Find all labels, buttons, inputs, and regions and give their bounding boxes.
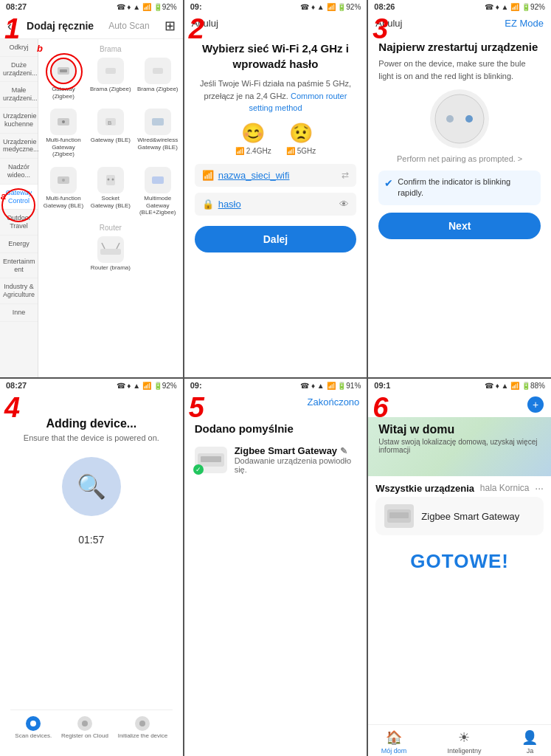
multi-gateway-zigbee-icon [50,109,77,135]
nav-item-profile[interactable]: 👤 Ja [521,729,538,755]
svg-rect-27 [389,512,409,518]
p5-device-thumbnail: ✓ [195,447,227,473]
socket-gateway-label: Socket Gateway (BLE) [90,195,131,209]
device-socket-gateway[interactable]: Socket Gateway (BLE) [89,164,133,219]
gateway-ble-icon: B [97,109,124,135]
p1-content: Odkryj Duże urządzeni... Małe urządzeni.… [0,39,183,377]
p6-device-card[interactable]: Zigbee Smart Gateway [375,497,544,535]
auto-scan-button[interactable]: Auto Scan [108,21,149,31]
p2-face-sad[interactable]: 😟 📶 5GHz [286,122,316,155]
eye-icon: 👁 [339,199,349,210]
svg-point-21 [30,721,36,726]
p1-sidebar: Odkryj Duże urządzeni... Małe urządzeni.… [0,39,38,377]
sidebar-item-inne[interactable]: Inne [0,304,38,322]
gateway-zigbee-label: Gateway (Zigbee) [43,86,84,100]
device-wired-wireless[interactable]: Wired&wireless Gateway (BLE) [136,106,180,161]
socket-gateway-icon [97,167,124,193]
gotowe-label: GOTOWE [410,550,502,572]
sidebar-item-energy[interactable]: Energy [0,236,38,253]
svg-rect-2 [105,68,116,74]
wifi-arrows-icon: ⇄ [342,170,349,180]
grid-icon[interactable]: ⊞ [164,18,176,34]
p5-device-status: Dodawanie urządzenia powiodło się. [235,456,357,474]
sidebar-item-outdoor[interactable]: Outdoor Travel [0,210,38,236]
svg-line-17 [117,243,119,249]
p2-face-happy[interactable]: 😊 📶 2.4GHz [235,122,271,155]
p3-mode-button[interactable]: EZ Mode [505,18,544,29]
p3-main: Najpierw zrestartuj urządzenie Power on … [368,33,551,377]
svg-point-12 [107,178,109,180]
device-router[interactable]: Router (brama) [89,233,132,275]
p5-device-name: Zigbee Smart Gateway ✎ [235,445,357,456]
edit-icon[interactable]: ✎ [340,446,347,456]
gateway-ble-label: Gateway (BLE) [91,137,131,144]
p6-main: Witaj w domu Ustaw swoją lokalizację dom… [368,417,551,724]
device-multi-gateway-zigbee[interactable]: Multi-function Gateway (Zigbee) [41,106,86,161]
svg-point-22 [82,721,88,726]
svg-text:B: B [108,120,111,126]
device-multimode-gateway[interactable]: Multimode Gateway (BLE+Zigbee) [136,164,180,219]
sidebar-item-kuchenne[interactable]: Urządzenie kuchenne [0,108,38,134]
router-label: Router (brama) [91,264,131,272]
p4-timer: 01:57 [78,534,104,546]
p1-header: ‹ Dodaj ręcznie Auto Scan ⊞ [0,13,183,39]
p5-done-button[interactable]: Zakończono [308,396,360,408]
sidebar-item-duze[interactable]: Duże urządzeni... [0,57,38,83]
sad-face-icon: 😟 [289,122,313,145]
status-icons-6: ☎ ♦ ▲ 📶 🔋88% [485,382,545,390]
password-input-row[interactable]: 🔒 hasło 👁 [195,193,357,216]
multi-gateway-zigbee-label: Multi-function Gateway (Zigbee) [43,137,84,158]
multimode-gateway-icon [145,167,171,193]
wifi-name-input-row[interactable]: 📶 nazwa_sieci_wifi ⇄ [195,164,357,187]
wifi-name-value: nazwa_sieci_wifi [218,170,338,181]
status-bar-6: 09:1 ☎ ♦ ▲ 📶 🔋88% [368,379,551,392]
p6-welcome-subtitle: Ustaw swoją lokalizację domową, uzyskaj … [378,438,541,454]
freq-24-label: 2.4GHz [246,147,271,155]
p6-device-name: Zigbee Smart Gateway [421,511,519,522]
devices-grid: Gateway (Zigbee) Brama (Zigbee) Brama (Z… [41,55,180,219]
svg-point-19 [446,115,454,123]
nav-item-smart[interactable]: ☀ Inteligentny [447,729,481,755]
device-brama-zigbee-1[interactable]: Brama (Zigbee) [89,55,133,103]
next-button[interactable]: Dalej [195,226,357,252]
svg-rect-11 [106,175,115,185]
wired-wireless-label: Wired&wireless Gateway (BLE) [137,137,179,151]
p6-section-header: Wszystkie urządzenia hala Kornica ··· [375,482,544,494]
brama-zigbee-2-icon [145,58,171,84]
p6-more-options-icon[interactable]: ··· [535,482,544,494]
sidebar-item-male[interactable]: Małe urządzeni... [0,82,38,108]
sidebar-item-medyczne[interactable]: Urządzenie medyczne... [0,134,38,159]
p3-next-button[interactable]: Next [378,213,541,239]
status-icons-4: ☎ ♦ ▲ 📶 🔋92% [117,382,177,390]
p6-gotowe-text: GOTOWE! [375,550,544,573]
nav-item-home[interactable]: 🏠 Mój dom [381,729,407,755]
p3-device-image [430,89,489,148]
device-multi-gateway-ble[interactable]: Multi-function Gateway (BLE) [41,164,86,219]
p4-search-circle: 🔍 [62,457,121,516]
sidebar-item-wideo[interactable]: Nadzór wideo... [0,159,38,185]
p2-subtitle: Jeśli Twoje Wi-Fi działa na paśmie 5 GHz… [195,78,357,114]
status-bar-3: 08:26 ☎ ♦ ▲ 📶 🔋92% [368,0,551,13]
status-bar-1: 08:27 ☎ ♦ ▲ 📶 🔋92% [0,0,183,13]
sidebar-item-gateway-control[interactable]: Gateway Control [0,185,38,210]
step-number-2: 2 [189,15,204,43]
device-gateway-ble[interactable]: B Gateway (BLE) [89,106,133,161]
svg-point-20 [465,115,473,123]
status-bar-4: 08:27 ☎ ♦ ▲ 📶 🔋92% [0,379,183,392]
sidebar-item-entertainment[interactable]: Entertainm ent [0,253,38,279]
time-2: 09: [190,2,202,11]
wifi-24-icon: 📶 [235,147,244,155]
svg-rect-25 [201,456,221,462]
p6-add-button[interactable]: + [527,396,544,413]
device-gateway-zigbee[interactable]: Gateway (Zigbee) [41,55,86,103]
p4-steps: Scan devices. Register on Cloud Initiali… [10,709,173,746]
device-brama-zigbee-2[interactable]: Brama (Zigbee) [136,55,180,103]
p4-title: Adding device... [24,417,159,430]
panel-1: 08:27 ☎ ♦ ▲ 📶 🔋92% ‹ Dodaj ręcznie Auto … [0,0,183,377]
svg-rect-14 [152,176,164,184]
p3-desc: Power on the device, make sure the bule … [378,58,541,82]
p6-welcome-title: Witaj w domu [378,423,541,436]
step-scan: Scan devices. [15,716,52,740]
p3-header: Anuluj EZ Mode [368,13,551,33]
sidebar-item-industry[interactable]: Industry & Agriculture [0,278,38,304]
